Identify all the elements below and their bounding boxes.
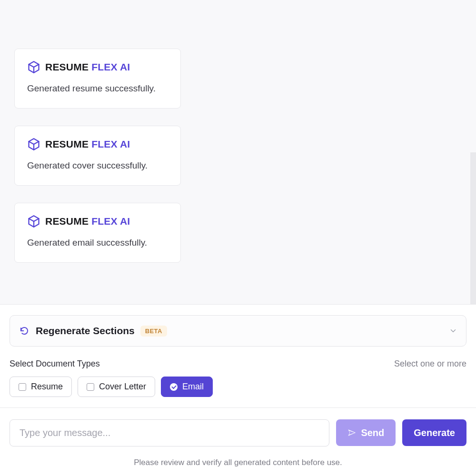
- assistant-message-body: Generated email successfully.: [27, 238, 168, 248]
- message-input[interactable]: [10, 419, 329, 446]
- doctype-chip-cover-letter[interactable]: Cover Letter: [78, 377, 155, 397]
- checkbox-icon: [19, 383, 26, 391]
- brand-text: RESUME FLEX AI: [45, 216, 130, 227]
- assistant-message-card: RESUME FLEX AI Generated email successfu…: [14, 203, 181, 263]
- assistant-message-body: Generated resume successfully.: [27, 83, 168, 94]
- brand-text: RESUME FLEX AI: [45, 139, 130, 150]
- regenerate-sections-label: Regenerate Sections: [36, 325, 135, 337]
- generate-button-label: Generate: [414, 427, 455, 438]
- scrollbar-thumb[interactable]: [470, 152, 476, 305]
- document-types-hint: Select one or more: [394, 359, 466, 369]
- beta-badge: BETA: [140, 326, 167, 337]
- regenerate-sections-toggle[interactable]: Regenerate Sections BETA: [10, 315, 466, 347]
- checkbox-icon: [87, 383, 94, 391]
- brand-row: RESUME FLEX AI: [27, 60, 168, 74]
- brand-word-resume: RESUME: [45, 216, 91, 227]
- check-circle-icon: [170, 383, 178, 391]
- doctype-chip-email[interactable]: Email: [161, 377, 213, 397]
- brand-word-flex-ai: FLEX AI: [91, 216, 130, 227]
- doctype-chip-label: Resume: [31, 382, 63, 392]
- cube-icon: [27, 215, 40, 228]
- brand-word-flex-ai: FLEX AI: [91, 61, 130, 72]
- assistant-message-card: RESUME FLEX AI Generated resume successf…: [14, 49, 181, 109]
- cube-icon: [27, 138, 40, 151]
- assistant-message-card: RESUME FLEX AI Generated cover successfu…: [14, 126, 181, 186]
- doctype-chip-resume[interactable]: Resume: [10, 377, 72, 397]
- cube-icon: [27, 60, 40, 74]
- brand-row: RESUME FLEX AI: [27, 215, 168, 228]
- disclaimer-text: Please review and verify all generated c…: [10, 458, 466, 467]
- doctype-chip-label: Cover Letter: [99, 382, 146, 392]
- assistant-message-body: Generated cover successfully.: [27, 160, 168, 171]
- brand-word-resume: RESUME: [45, 61, 91, 72]
- chevron-down-icon: [449, 327, 457, 335]
- document-types-label: Select Document Types: [10, 359, 100, 369]
- brand-row: RESUME FLEX AI: [27, 138, 168, 151]
- brand-text: RESUME FLEX AI: [45, 61, 130, 73]
- chat-scroll-area[interactable]: RESUME FLEX AI Generated resume successf…: [0, 0, 476, 305]
- brand-word-flex-ai: FLEX AI: [91, 139, 130, 149]
- refresh-icon: [19, 325, 30, 337]
- generate-button[interactable]: Generate: [402, 419, 466, 446]
- send-button[interactable]: Send: [336, 419, 396, 446]
- document-type-chip-row: Resume Cover Letter Email: [10, 377, 466, 397]
- brand-word-resume: RESUME: [45, 139, 91, 149]
- doctype-chip-label: Email: [182, 382, 204, 392]
- divider: [0, 407, 476, 408]
- send-button-label: Send: [361, 427, 384, 438]
